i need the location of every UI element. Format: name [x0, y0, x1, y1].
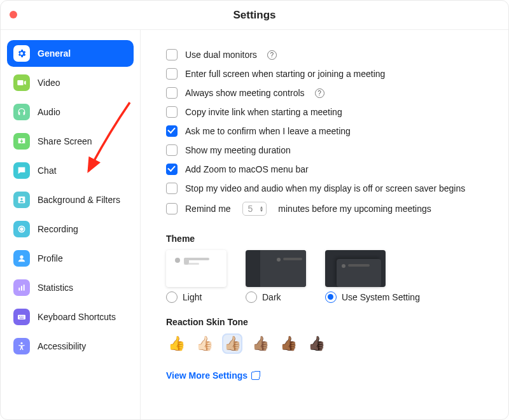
svg-rect-11 — [22, 316, 23, 317]
window-controls — [10, 11, 17, 18]
skin-tone-option[interactable]: 👍🏿 — [306, 333, 326, 354]
checkbox[interactable] — [166, 144, 178, 156]
svg-point-1 — [20, 198, 22, 200]
sidebar-item-audio[interactable]: Audio — [7, 99, 134, 125]
sidebar-item-share-screen[interactable]: Share Screen — [7, 128, 134, 155]
option-stop-on-display-off[interactable]: Stop my video and audio when my display … — [166, 179, 491, 198]
external-link-icon — [251, 372, 260, 380]
theme-label: Dark — [262, 292, 281, 302]
sidebar-item-label: Background & Filters — [38, 195, 120, 205]
option-label: Ask me to confirm when I leave a meeting — [185, 126, 351, 136]
sidebar-item-label: Chat — [38, 165, 57, 176]
titlebar: Settings — [1, 1, 508, 30]
stepper-arrows-icon: ▲▼ — [259, 206, 263, 212]
skin-tone-option[interactable]: 👍🏽 — [250, 333, 270, 354]
stepper-value: 5 — [248, 204, 253, 214]
theme-option-light[interactable]: Light — [166, 250, 227, 303]
theme-option-system[interactable]: Use System Setting — [325, 250, 420, 303]
svg-rect-6 — [21, 286, 22, 290]
sidebar-item-label: Recording — [38, 224, 78, 234]
checkbox[interactable] — [166, 106, 178, 118]
remind-minutes-stepper[interactable]: 5 ▲▼ — [242, 202, 267, 216]
radio[interactable] — [325, 291, 337, 303]
skin-tone-section-title: Reaction Skin Tone — [166, 317, 491, 327]
sidebar-item-recording[interactable]: Recording — [7, 216, 134, 242]
sidebar-item-label: Audio — [38, 107, 60, 117]
option-confirm-leave[interactable]: Ask me to confirm when I leave a meeting — [166, 122, 491, 141]
option-label: Copy invite link when starting a meeting — [185, 107, 342, 117]
option-label-after: minutes before my upcoming meetings — [278, 204, 431, 214]
theme-preview-light — [166, 250, 227, 287]
close-window-button[interactable] — [10, 11, 17, 18]
svg-rect-10 — [21, 316, 22, 317]
option-always-show-controls[interactable]: Always show meeting controls ? — [166, 83, 491, 102]
headphones-icon — [13, 104, 30, 120]
svg-point-3 — [20, 228, 23, 230]
checkbox[interactable] — [166, 125, 178, 137]
share-screen-icon — [13, 133, 30, 150]
option-label-before: Remind me — [185, 204, 231, 214]
option-label: Use dual monitors — [185, 50, 257, 60]
option-label: Stop my video and audio when my display … — [185, 183, 465, 193]
option-label: Add Zoom to macOS menu bar — [185, 164, 309, 174]
sidebar-item-statistics[interactable]: Statistics — [7, 274, 134, 301]
checkbox[interactable] — [166, 183, 178, 194]
skin-tone-option[interactable]: 👍🏼 — [222, 333, 242, 354]
keyboard-icon — [13, 309, 30, 325]
option-label: Show my meeting duration — [185, 145, 291, 155]
radio[interactable] — [246, 291, 257, 303]
help-icon[interactable]: ? — [267, 50, 277, 60]
video-icon — [13, 74, 30, 91]
sidebar-item-label: Keyboard Shortcuts — [38, 312, 116, 322]
sidebar-item-keyboard-shortcuts[interactable]: Keyboard Shortcuts — [7, 304, 134, 330]
sidebar-item-general[interactable]: General — [7, 40, 134, 67]
option-label: Enter full screen when starting or joini… — [185, 69, 385, 79]
checkbox[interactable] — [166, 49, 178, 60]
checkbox[interactable] — [166, 164, 178, 175]
sidebar-item-chat[interactable]: Chat — [7, 157, 134, 184]
sidebar-item-background-filters[interactable]: Background & Filters — [7, 186, 134, 213]
sidebar-item-label: Statistics — [38, 283, 73, 293]
option-remind-me[interactable]: Remind me 5 ▲▼ minutes before my upcomin… — [166, 198, 491, 220]
sidebar-item-label: Video — [38, 78, 60, 88]
option-add-to-menubar[interactable]: Add Zoom to macOS menu bar — [166, 160, 491, 179]
background-filters-icon — [13, 192, 30, 208]
statistics-icon — [13, 279, 30, 296]
theme-label: Use System Setting — [342, 292, 420, 302]
option-dual-monitors[interactable]: Use dual monitors ? — [166, 45, 491, 64]
checkbox[interactable] — [166, 87, 178, 99]
sidebar-item-label: General — [38, 48, 71, 59]
theme-section-title: Theme — [166, 234, 491, 244]
recording-icon — [13, 221, 30, 237]
theme-option-dark[interactable]: Dark — [246, 250, 306, 303]
option-label: Always show meeting controls — [185, 88, 305, 98]
svg-rect-5 — [18, 288, 20, 291]
accessibility-icon — [13, 338, 30, 354]
gear-icon — [13, 45, 30, 62]
option-show-duration[interactable]: Show my meeting duration — [166, 141, 491, 160]
skin-tone-option[interactable]: 👍 — [166, 333, 186, 354]
svg-rect-7 — [24, 284, 25, 290]
theme-preview-dark — [246, 250, 306, 287]
radio[interactable] — [166, 291, 178, 303]
sidebar-item-label: Share Screen — [38, 136, 92, 146]
skin-tone-option[interactable]: 👍🏾 — [278, 333, 298, 354]
option-enter-full-screen[interactable]: Enter full screen when starting or joini… — [166, 64, 491, 83]
chat-icon — [13, 162, 30, 179]
sidebar-item-accessibility[interactable]: Accessibility — [7, 333, 134, 360]
sidebar-item-label: Accessibility — [38, 341, 86, 351]
view-more-settings-link[interactable]: View More Settings — [166, 370, 260, 381]
settings-window: Settings General Video Audio — [0, 0, 509, 420]
sidebar-item-profile[interactable]: Profile — [7, 245, 134, 272]
help-icon[interactable]: ? — [315, 88, 324, 98]
skin-tone-option[interactable]: 👍🏻 — [194, 333, 214, 354]
svg-point-4 — [20, 255, 23, 258]
checkbox[interactable] — [166, 68, 178, 80]
svg-point-13 — [20, 342, 22, 344]
link-label: View More Settings — [166, 370, 248, 381]
checkbox[interactable] — [166, 203, 178, 214]
sidebar-item-label: Profile — [38, 253, 63, 263]
sidebar-item-video[interactable]: Video — [7, 69, 134, 96]
profile-icon — [13, 250, 30, 267]
option-copy-invite-link[interactable]: Copy invite link when starting a meeting — [166, 102, 491, 122]
